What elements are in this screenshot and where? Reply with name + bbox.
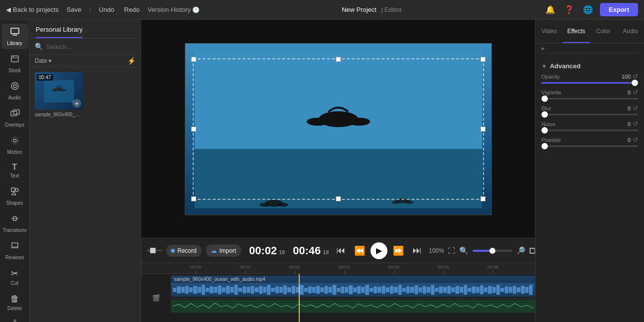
- current-time-sub: 18: [279, 249, 285, 255]
- media-add-button[interactable]: +: [72, 99, 81, 108]
- ruler-mark: 00:06: [468, 265, 518, 274]
- opacity-param: Opacity 100 ↺: [541, 73, 638, 84]
- noise-reset-button[interactable]: ↺: [633, 120, 638, 128]
- timeline-ruler: (function(){ const marks = ["00:00","00:…: [141, 263, 535, 274]
- edited-status: | Edited: [381, 6, 401, 13]
- help-button[interactable]: ❓: [562, 3, 576, 17]
- ruler-mark: 00:01: [220, 265, 270, 274]
- sidebar-item-library[interactable]: Library: [1, 24, 28, 49]
- import-button[interactable]: ☁ Import: [206, 244, 241, 257]
- vignette-header: Vignette 0 ↺: [541, 89, 638, 96]
- sidebar-item-stock[interactable]: Stock: [1, 51, 28, 76]
- opacity-slider-thumb[interactable]: [632, 80, 638, 86]
- vignette-reset-button[interactable]: ↺: [633, 89, 638, 96]
- noise-slider[interactable]: [541, 130, 638, 131]
- project-title: New Project | Edited: [206, 6, 537, 13]
- noise-slider-thumb[interactable]: [541, 127, 548, 134]
- redo-button[interactable]: Redo: [122, 5, 142, 14]
- sidebar-item-motion[interactable]: Motion: [1, 133, 28, 158]
- back-arrow-icon: ◀: [6, 6, 11, 13]
- fullscreen-button[interactable]: ⛶: [448, 246, 455, 255]
- vignette-slider-track[interactable]: [541, 98, 638, 99]
- zoom-track[interactable]: [473, 250, 512, 252]
- blur-reset-button[interactable]: ↺: [633, 104, 638, 112]
- track-label-video[interactable]: 🎬: [141, 274, 171, 322]
- ruler-mark: 00:05: [419, 265, 468, 274]
- center-area: Record ☁ Import 00:02 18 00:46 18 ⏮ ⏪ ▶ …: [141, 20, 535, 322]
- record-button[interactable]: Record: [166, 245, 202, 257]
- noise-slider-track[interactable]: [541, 130, 638, 131]
- version-history-link[interactable]: Version History 🕐: [148, 6, 200, 13]
- rewind-button[interactable]: ⏪: [352, 243, 368, 259]
- search-icon: 🔍: [35, 43, 43, 50]
- timeline-area: (function(){ const marks = ["00:00","00:…: [141, 263, 535, 322]
- skip-to-start-button[interactable]: ⏮: [333, 243, 349, 259]
- tab-effects[interactable]: Effects: [563, 20, 590, 43]
- sidebar-item-reviews[interactable]: Reviews: [1, 238, 28, 263]
- pixelate-reset-button[interactable]: ↺: [633, 136, 638, 143]
- video-canvas-inner: [185, 44, 491, 215]
- media-thumbnail[interactable]: 00:47 +: [35, 72, 83, 110]
- date-filter-label: Date: [35, 57, 47, 64]
- video-canvas[interactable]: [185, 43, 492, 215]
- zoom-in-button[interactable]: 🔎: [516, 246, 526, 255]
- sidebar-item-overlays[interactable]: Overlays: [1, 105, 28, 131]
- timeline-tracks: 🎬 sample_960x400_ocean_with_audio.mp4: [141, 274, 535, 322]
- sidebar-item-cut[interactable]: ✂ Cut: [1, 265, 28, 289]
- svg-rect-0: [11, 28, 19, 34]
- svg-point-3: [13, 85, 16, 88]
- video-clip[interactable]: sample_960x400_ocean_with_audio.mp4 (fun…: [171, 276, 535, 297]
- sidebar-item-delete[interactable]: 🗑 Delete: [1, 291, 28, 314]
- vignette-slider[interactable]: [541, 98, 638, 99]
- opacity-slider-track[interactable]: [541, 82, 638, 84]
- sidebar-label-stock: Stock: [8, 68, 21, 73]
- blur-slider-track[interactable]: [541, 114, 638, 115]
- undo-button[interactable]: Undo: [97, 5, 116, 14]
- right-tabs: Video Effects Color Audio: [536, 20, 644, 44]
- pixelate-slider-thumb[interactable]: [541, 143, 548, 149]
- mini-slider-track[interactable]: [147, 250, 162, 251]
- pixelate-slider-track[interactable]: [541, 145, 638, 147]
- advanced-section-header[interactable]: ▼ Advanced: [541, 57, 638, 73]
- current-time: 00:02: [249, 244, 277, 257]
- audio-clip[interactable]: [171, 300, 535, 313]
- sidebar-item-text[interactable]: T Text: [1, 160, 28, 182]
- filter-icon[interactable]: ⚡: [127, 57, 136, 65]
- back-to-projects-link[interactable]: ◀ Back to projects: [6, 6, 59, 13]
- date-filter[interactable]: Date ▾: [35, 57, 52, 64]
- personal-library-tab[interactable]: Personal Library: [36, 26, 83, 38]
- opacity-slider[interactable]: [541, 82, 638, 84]
- search-input[interactable]: [46, 43, 136, 50]
- stock-icon: [10, 54, 20, 66]
- pixelate-slider[interactable]: [541, 145, 638, 147]
- sidebar-item-audio[interactable]: Audio: [1, 78, 28, 103]
- svg-rect-1: [11, 56, 18, 62]
- export-button[interactable]: Export: [600, 3, 638, 16]
- tab-audio[interactable]: Audio: [617, 20, 644, 43]
- zoom-out-button[interactable]: 🔍: [459, 246, 469, 255]
- right-controls: 100% ⛶ 🔍 🔎: [429, 246, 543, 255]
- sidebar-label-overlays: Overlays: [5, 122, 24, 128]
- tab-video[interactable]: Video: [536, 20, 563, 43]
- language-button[interactable]: 🌐: [581, 3, 595, 17]
- save-button[interactable]: Save: [65, 5, 84, 14]
- playhead[interactable]: [299, 274, 300, 322]
- library-search: 🔍: [30, 39, 141, 55]
- tab-color[interactable]: Color: [590, 20, 617, 43]
- zoom-thumb[interactable]: [489, 248, 495, 254]
- sidebar-item-shapes[interactable]: Shapes: [1, 184, 28, 209]
- notifications-button[interactable]: 🔔: [543, 3, 557, 17]
- opacity-reset-button[interactable]: ↺: [633, 73, 638, 80]
- play-pause-button[interactable]: ▶: [371, 242, 387, 259]
- vignette-slider-thumb[interactable]: [541, 95, 548, 102]
- fast-forward-button[interactable]: ⏩: [390, 243, 406, 259]
- blur-slider[interactable]: [541, 114, 638, 115]
- ruler-mark: 00:04: [369, 265, 419, 274]
- sidebar-item-add-track[interactable]: ➕ Add Track: [1, 316, 28, 322]
- basic-section-divider: ▶: [541, 44, 638, 53]
- svg-point-7: [11, 137, 18, 144]
- blur-slider-thumb[interactable]: [541, 111, 548, 118]
- media-item[interactable]: 00:47 + sample_960x400_...: [35, 72, 83, 117]
- sidebar-item-transitions[interactable]: Transitions: [1, 211, 28, 236]
- skip-to-end-button[interactable]: ⏭: [409, 243, 425, 259]
